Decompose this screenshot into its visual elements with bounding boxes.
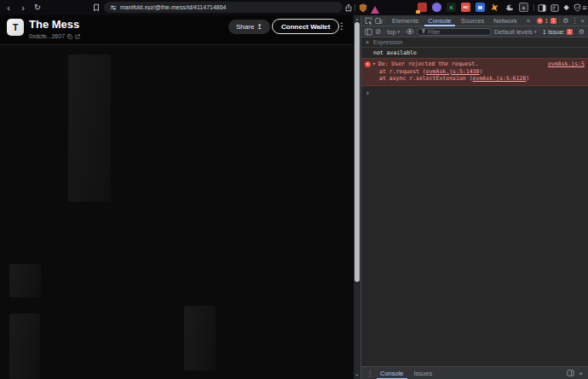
reload-icon[interactable]: ↻: [32, 0, 43, 15]
brave-shields-icon[interactable]: [357, 0, 368, 15]
log-levels-selector[interactable]: Default levels ▾: [494, 28, 537, 36]
remove-expression-icon[interactable]: ×: [366, 39, 369, 45]
leo-ai-sparkle-icon[interactable]: ◆: [562, 0, 571, 15]
blue-extension-icon[interactable]: [476, 3, 485, 12]
image-placeholder: [68, 55, 111, 202]
image-placeholder: [184, 306, 216, 370]
bookmark-icon[interactable]: [90, 0, 102, 15]
stack-link[interactable]: evmAsk.js:5:6120: [473, 75, 527, 82]
wallet-extension-icon[interactable]: [418, 3, 427, 12]
console-settings-icon[interactable]: ⚙: [579, 28, 585, 36]
live-expression-result: not available: [361, 48, 588, 58]
share-button-label: Share: [236, 23, 254, 31]
context-selector[interactable]: top ▾: [387, 28, 400, 36]
reading-list-icon[interactable]: [550, 0, 560, 15]
issues-link[interactable]: 1 Issue: 1: [543, 28, 573, 36]
page-scrollbar[interactable]: ▲ ▼: [354, 15, 360, 379]
boxed-a-icon[interactable]: a: [519, 3, 528, 12]
share-page-icon[interactable]: [343, 0, 354, 15]
contract-address[interactable]: 0xdcfe...2607: [29, 33, 65, 39]
console-error-message[interactable]: × ▶ De: User rejected the request. evmAs…: [361, 58, 588, 86]
stack-text: at async r.selectExtension (: [379, 75, 473, 82]
tab-console[interactable]: Console: [424, 15, 455, 26]
stack-text: ): [479, 68, 482, 75]
console-toolbar: ⊘ top ▾ Default levels ▾ 1 Issue: 1 ⚙: [361, 26, 588, 37]
copy-icon[interactable]: [67, 34, 72, 39]
scroll-up-icon[interactable]: ▲: [354, 16, 360, 22]
chevron-down-icon: ▾: [534, 29, 537, 34]
stack-frame: at r.request (evmAsk.js:5:1430): [365, 68, 585, 76]
devtools-settings-icon[interactable]: ⚙: [562, 17, 568, 25]
scrollbar-thumb[interactable]: [355, 22, 360, 282]
toolbar-separator: [533, 4, 534, 11]
site-settings-icon[interactable]: [110, 4, 117, 11]
funnel-icon: [421, 29, 426, 34]
error-text: De: User rejected the request.: [378, 60, 478, 68]
page-kebab-menu[interactable]: ⋮: [337, 19, 346, 34]
stack-link[interactable]: evmAsk.js:5:1430: [426, 68, 480, 75]
brave-rewards-icon[interactable]: [369, 0, 381, 15]
browser-toolbar: ‹ › ↻ manifold.xyz/@the-mess/id/41147148…: [0, 0, 588, 15]
share-button[interactable]: Share ↥: [228, 20, 270, 34]
more-tabs-icon[interactable]: »: [523, 15, 533, 26]
error-count-badge[interactable]: × 1: [537, 18, 548, 24]
devtools-tabbar: Elements Console Sources Network » × 1 1…: [361, 15, 588, 26]
avatar[interactable]: T: [7, 19, 24, 36]
connect-wallet-button[interactable]: Connect Wallet: [272, 19, 339, 34]
error-icon: ×: [537, 18, 543, 24]
separator: [383, 28, 384, 35]
clear-console-icon[interactable]: ⊘: [375, 27, 381, 36]
separator: [385, 17, 386, 24]
live-expression-eye-icon[interactable]: [406, 28, 414, 35]
context-label: top: [387, 28, 395, 36]
back-icon[interactable]: ‹: [3, 0, 14, 15]
devtools-panel: Elements Console Sources Network » × 1 1…: [360, 15, 588, 379]
hd-extension-icon[interactable]: HD: [461, 3, 470, 12]
drawer-tab-issues[interactable]: Issues: [411, 367, 436, 379]
stack-frame: at async r.selectExtension (evmAsk.js:5:…: [365, 75, 585, 83]
console-sidebar-icon[interactable]: [365, 28, 372, 36]
console-filter[interactable]: [417, 28, 492, 36]
tab-sources[interactable]: Sources: [458, 15, 488, 26]
inspect-element-icon[interactable]: [365, 17, 372, 25]
page-area: T The Mess 0xdcfe...2607 Share ↥ Connect…: [0, 15, 354, 379]
external-link-icon[interactable]: [75, 34, 80, 39]
page-title: The Mess: [29, 18, 79, 31]
dock-panel-icon[interactable]: [567, 370, 574, 376]
filter-input[interactable]: [428, 29, 487, 35]
menu-icon[interactable]: ≡: [580, 0, 588, 15]
levels-label: Default levels: [494, 28, 533, 36]
scroll-down-icon[interactable]: ▼: [354, 372, 360, 378]
error-source-link[interactable]: evmAsk.js:5: [548, 60, 585, 68]
devtools-close-icon[interactable]: ×: [580, 17, 585, 25]
expand-triangle-icon[interactable]: ▶: [373, 60, 376, 68]
image-placeholder: [9, 313, 40, 379]
chevron-down-icon: ▾: [398, 29, 401, 34]
drawer-tab-console[interactable]: Console: [377, 367, 407, 379]
claw-extension-icon[interactable]: [490, 3, 499, 12]
purple-extension-icon[interactable]: [432, 3, 441, 12]
url-bar[interactable]: manifold.xyz/@the-mess/id/4114714864: [104, 2, 343, 13]
sidebar-toggle-icon[interactable]: [537, 0, 547, 15]
separator: [402, 28, 403, 35]
url-text: manifold.xyz/@the-mess/id/4114714864: [120, 4, 227, 10]
devtools-kebab-icon[interactable]: ⋮: [571, 17, 578, 25]
tab-network[interactable]: Network: [490, 15, 521, 26]
forward-icon[interactable]: ›: [18, 0, 28, 15]
console-prompt[interactable]: ›: [361, 86, 588, 100]
green-extension-icon[interactable]: N: [447, 3, 456, 12]
drawer-kebab-icon[interactable]: ⋮: [366, 370, 373, 377]
drawer-close-icon[interactable]: ×: [579, 370, 583, 377]
tab-elements[interactable]: Elements: [389, 15, 422, 26]
page-content: [0, 44, 354, 379]
image-placeholder: [9, 264, 41, 297]
issue-count-badge[interactable]: 1: [551, 18, 556, 24]
issue-icon: 1: [551, 18, 556, 24]
connect-wallet-label: Connect Wallet: [281, 23, 330, 31]
extensions-puzzle-icon[interactable]: [504, 3, 514, 12]
issues-text: 1 Issue:: [543, 28, 565, 36]
device-toolbar-icon[interactable]: [375, 17, 383, 25]
page-header: T The Mess 0xdcfe...2607 Share ↥ Connect…: [0, 15, 354, 44]
live-expression-row[interactable]: × Expression: [361, 37, 588, 48]
error-count: 1: [545, 18, 548, 24]
